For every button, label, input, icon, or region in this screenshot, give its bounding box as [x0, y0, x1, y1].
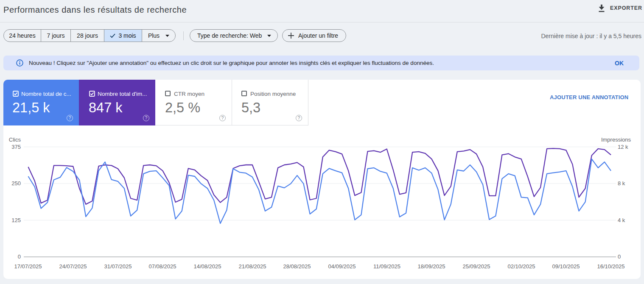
svg-text:25/09/2025: 25/09/2025 [462, 263, 490, 270]
svg-text:21/08/2025: 21/08/2025 [238, 263, 266, 270]
svg-text:24/07/2025: 24/07/2025 [59, 263, 87, 270]
svg-text:04/09/2025: 04/09/2025 [328, 263, 356, 270]
svg-text:28/08/2025: 28/08/2025 [283, 263, 311, 270]
svg-text:125: 125 [11, 217, 21, 223]
svg-text:02/10/2025: 02/10/2025 [507, 263, 535, 270]
svg-text:0: 0 [618, 253, 621, 260]
svg-text:31/07/2025: 31/07/2025 [104, 263, 132, 270]
svg-text:11/09/2025: 11/09/2025 [373, 263, 400, 270]
svg-text:0: 0 [18, 253, 21, 260]
svg-text:17/07/2025: 17/07/2025 [14, 263, 42, 270]
svg-text:16/10/2025: 16/10/2025 [597, 263, 624, 270]
svg-text:250: 250 [11, 180, 21, 187]
svg-text:375: 375 [11, 144, 21, 150]
svg-text:Clics: Clics [9, 136, 21, 143]
svg-text:18/09/2025: 18/09/2025 [417, 263, 445, 270]
svg-text:4 k: 4 k [618, 217, 625, 223]
svg-text:14/08/2025: 14/08/2025 [193, 263, 221, 270]
svg-text:09/10/2025: 09/10/2025 [552, 263, 580, 270]
svg-text:12 k: 12 k [618, 144, 628, 150]
svg-text:07/08/2025: 07/08/2025 [148, 263, 176, 270]
svg-text:Impressions: Impressions [601, 136, 631, 143]
svg-text:8 k: 8 k [618, 180, 625, 187]
